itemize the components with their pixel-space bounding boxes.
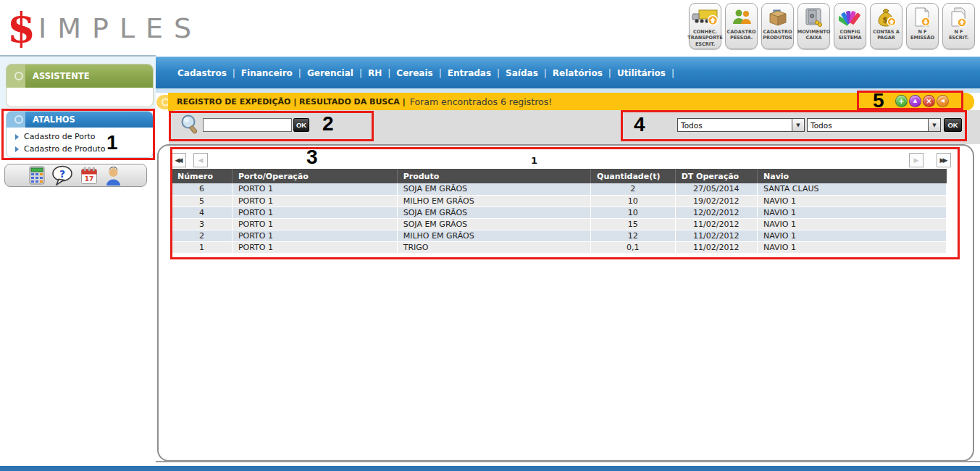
toolbar-button-conhec-transporte[interactable]: CONHEC. TRANSPORTE ESCRIT. <box>689 3 721 49</box>
table-row[interactable]: 2PORTO 1MILHO EM GRÃOS1211/02/2012NAVIO … <box>172 230 947 241</box>
assistente-header: ASSISTENTE <box>7 64 153 88</box>
filter-select-1[interactable]: Todos ▼ <box>677 118 805 132</box>
toolbar-button-label: CONTAS A PAGAR <box>871 29 901 41</box>
atalhos-header: ATALHOS <box>7 112 153 128</box>
breadcrumb: REGISTRO DE EXPEDIÇÃO | RESULTADO DA BUS… <box>177 97 406 107</box>
table-cell: PORTO 1 <box>232 195 397 207</box>
table-row[interactable]: 6PORTO 1SOJA EM GRÃOS227/05/2014SANTA CL… <box>172 183 947 195</box>
table-row[interactable]: 4PORTO 1SOJA EM GRÃOS1012/02/2012NAVIO 1 <box>172 207 947 218</box>
table-cell: 10 <box>591 207 676 218</box>
table-cell: PORTO 1 <box>232 218 397 230</box>
table-cell: 27/05/2014 <box>675 183 757 195</box>
menu-item-financeiro[interactable]: Financeiro <box>241 68 293 78</box>
menu-item-rh[interactable]: RH <box>368 68 382 78</box>
sidebar-link-label: Cadastro de Porto <box>24 132 95 141</box>
menu-item-cadastros[interactable]: Cadastros <box>177 68 227 78</box>
pagination-page-number: 1 <box>531 155 537 166</box>
svg-text:17: 17 <box>85 175 94 183</box>
filter-select-2[interactable]: Todos ▼ <box>807 118 941 132</box>
logo-dollar-icon: $ <box>7 6 35 49</box>
table-cell: 2 <box>591 183 676 195</box>
assistente-title: ASSISTENTE <box>33 71 90 81</box>
search-input[interactable] <box>203 118 292 132</box>
box-icon <box>767 6 789 29</box>
menu-separator: | <box>439 68 442 78</box>
table-cell: 11/02/2012 <box>675 241 757 253</box>
table-cell: 12 <box>591 230 676 241</box>
table-row[interactable]: 5PORTO 1MILHO EM GRÃOS1019/02/2012NAVIO … <box>172 195 947 207</box>
results-table: NúmeroPorto/OperaçãoProdutoQuantidade(t)… <box>172 169 947 254</box>
money-bag-icon: $ <box>876 6 897 29</box>
toolbar-button-label: CONFIG SISTEMA <box>835 29 865 41</box>
help-icon[interactable]: ? <box>51 165 74 186</box>
table-cell: 3 <box>172 218 232 230</box>
back-button[interactable]: ◀ <box>937 95 949 107</box>
menu-item-entradas[interactable]: Entradas <box>448 68 491 78</box>
search-ok-button[interactable]: OK <box>293 118 309 132</box>
chevron-down-icon[interactable]: ▼ <box>928 119 940 131</box>
menu-item-saídas[interactable]: Saídas <box>506 68 538 78</box>
document-down-icon <box>913 6 932 29</box>
atalhos-title: ATALHOS <box>33 114 75 125</box>
sidebar-link-label: Cadastro de Produto <box>24 144 105 154</box>
search-icon <box>180 114 199 138</box>
table-cell: 10 <box>591 195 676 207</box>
pagination-first-button[interactable]: ◀◀ <box>172 153 186 167</box>
table-row[interactable]: 3PORTO 1SOJA EM GRÃOS1511/02/2012NAVIO 1 <box>172 218 947 230</box>
table-cell: 1 <box>172 241 232 253</box>
menu-separator: | <box>671 68 674 78</box>
toolbar-button-label: N F ESCRIT. <box>944 29 973 41</box>
menu-item-relatórios[interactable]: Relatórios <box>553 68 603 78</box>
truck-icon <box>692 6 719 29</box>
move-up-button[interactable]: ▲ <box>909 95 921 107</box>
chevron-down-icon[interactable]: ▼ <box>792 119 804 131</box>
menu-item-cereais[interactable]: Cereais <box>396 68 432 78</box>
main-menu-bar: Cadastros|Financeiro|Gerencial|RH|Cereai… <box>156 57 980 88</box>
table-cell: NAVIO 1 <box>758 230 947 241</box>
calendar-icon[interactable]: 17 <box>80 167 98 185</box>
assistente-panel: ASSISTENTE <box>6 64 154 107</box>
close-button[interactable]: × <box>923 95 935 107</box>
table-cell: 12/02/2012 <box>675 207 757 218</box>
main-menu-items: Cadastros|Financeiro|Gerencial|RH|Cereai… <box>156 57 980 78</box>
panel-tab-icon <box>7 64 25 88</box>
calculator-icon[interactable] <box>29 166 45 185</box>
table-cell: 11/02/2012 <box>675 218 757 230</box>
table-cell: NAVIO 1 <box>758 207 947 218</box>
svg-text:?: ? <box>59 168 65 180</box>
column-header: Porto/Operação <box>232 169 397 183</box>
toolbar-button-label: CADASTRO PESSOA. <box>726 29 756 41</box>
table-cell: MILHO EM GRÃOS <box>397 230 590 241</box>
toolbar-button-contas-a-pagar[interactable]: $ CONTAS A PAGAR <box>870 3 902 49</box>
pagination-last-button[interactable]: ▶▶ <box>937 153 951 167</box>
menu-item-utilitários[interactable]: Utilitários <box>617 68 666 78</box>
header-toolbar: CONHEC. TRANSPORTE ESCRIT. CADASTRO PESS… <box>689 3 975 49</box>
menu-item-gerencial[interactable]: Gerencial <box>307 68 353 78</box>
table-cell: PORTO 1 <box>232 230 397 241</box>
toolbar-button-cadastro-pessoa[interactable]: CADASTRO PESSOA. <box>725 3 758 49</box>
sidebar-link-cadastro-de-produto[interactable]: Cadastro de Produto <box>7 143 153 155</box>
table-cell: 2 <box>172 230 232 241</box>
toolbar-button-nf-emissao[interactable]: N F EMISSÃO <box>906 3 939 49</box>
atalhos-panel: ATALHOS Cadastro de PortoCadastro de Pro… <box>6 111 154 158</box>
column-header: Quantidade(t) <box>591 169 676 183</box>
app-header: $ IMPLES CONHEC. TRANSPORTE ESCRIT. <box>0 0 980 57</box>
toolbar-button-config-sistema[interactable]: CONFIG SISTEMA <box>834 3 866 49</box>
sidebar-link-cadastro-de-porto[interactable]: Cadastro de Porto <box>7 130 153 143</box>
menu-separator: | <box>497 68 500 78</box>
toolbar-button-nf-escrit[interactable]: N F ESCRIT. <box>942 3 975 49</box>
app-logo: $ IMPLES <box>7 6 202 51</box>
breadcrumb-bar: REGISTRO DE EXPEDIÇÃO | RESULTADO DA BUS… <box>168 93 974 111</box>
column-header: Número <box>172 169 232 183</box>
safe-icon <box>804 6 824 29</box>
pagination-next-button[interactable]: ▶ <box>909 153 924 167</box>
document-up-icon <box>949 6 968 29</box>
toolbar-button-movimento-caixa[interactable]: MOVIMENTO CAIXA <box>797 3 830 49</box>
filters-ok-button[interactable]: OK <box>944 118 962 132</box>
add-record-button[interactable]: + <box>895 95 908 107</box>
svg-text:$: $ <box>882 16 887 24</box>
user-icon[interactable] <box>104 166 122 186</box>
pagination-prev-button[interactable]: ◀ <box>193 153 208 167</box>
toolbar-button-cadastro-produtos[interactable]: CADASTRO PRODUTOS <box>761 3 794 49</box>
table-row[interactable]: 1PORTO 1TRIGO0,111/02/2012NAVIO 1 <box>172 241 947 253</box>
